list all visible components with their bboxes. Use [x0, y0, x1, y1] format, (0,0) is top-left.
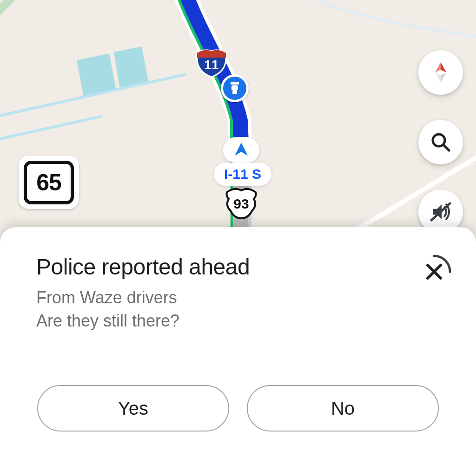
svg-marker-4 [441, 62, 446, 72]
no-button[interactable]: No [247, 385, 439, 431]
svg-rect-11 [231, 82, 239, 85]
sheet-title: Police reported ahead [36, 254, 455, 280]
interstate-shield: 11 [195, 46, 228, 78]
svg-line-9 [443, 145, 449, 150]
close-button[interactable] [415, 252, 454, 291]
svg-marker-7 [435, 72, 441, 83]
search-icon [429, 130, 453, 154]
compass-button[interactable] [418, 50, 463, 95]
confirmation-button-row: Yes No [37, 385, 439, 431]
sheet-question: Are they still there? [36, 311, 455, 331]
svg-marker-5 [435, 62, 441, 72]
yes-button[interactable]: Yes [37, 385, 229, 431]
police-icon [227, 80, 243, 96]
compass-icon [428, 59, 454, 85]
police-report-marker[interactable] [221, 74, 249, 102]
speed-limit-value: 65 [24, 161, 74, 204]
svg-rect-12 [232, 91, 237, 94]
current-location-marker [223, 137, 259, 163]
speed-limit-sign: 65 [19, 156, 79, 209]
map-viewport[interactable]: 65 11 I-11 S 93 Police reported ahead [0, 0, 476, 464]
us-route-number: 93 [233, 196, 249, 211]
search-button[interactable] [418, 120, 463, 164]
route-label: I-11 S [214, 163, 271, 186]
interstate-number: 11 [204, 58, 218, 72]
sheet-source: From Waze drivers [36, 288, 455, 307]
report-bottom-sheet: Police reported ahead From Waze drivers … [0, 227, 476, 464]
us-route-shield: 93 [224, 186, 258, 220]
navigation-arrow-icon [232, 141, 251, 159]
svg-marker-6 [441, 72, 446, 83]
close-icon [415, 252, 454, 291]
svg-marker-13 [235, 143, 248, 156]
mute-icon [428, 199, 454, 225]
